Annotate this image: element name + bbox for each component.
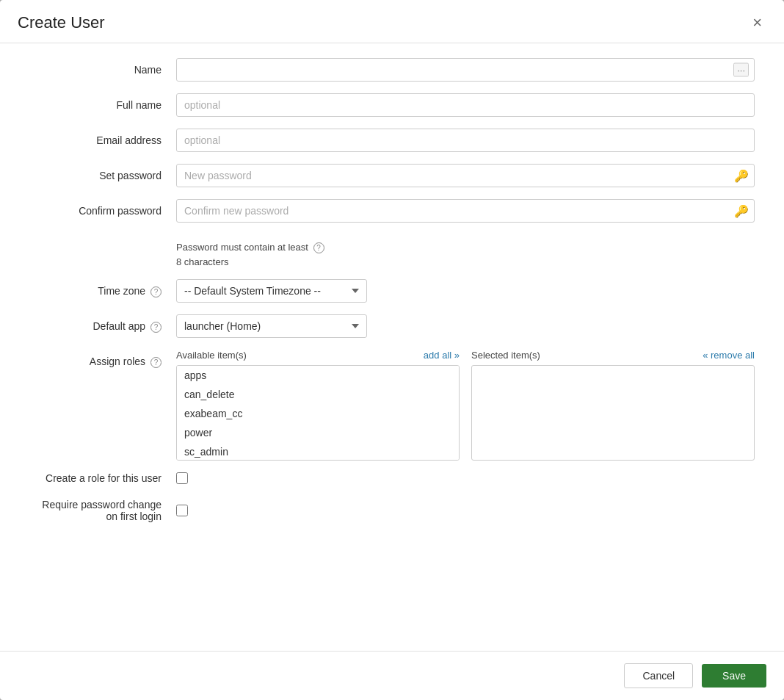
selected-roles-header: Selected item(s) « remove all: [471, 350, 755, 361]
selected-items-label: Selected item(s): [471, 350, 540, 361]
password-hint-spacer: [29, 234, 176, 240]
available-roles-listbox[interactable]: apps can_delete exabeam_cc power sc_admi…: [176, 365, 460, 461]
set-password-field: 🔑: [176, 164, 755, 187]
email-field: [176, 129, 755, 152]
default-app-row: Default app ? launcher (Home): [29, 314, 755, 338]
cancel-button[interactable]: Cancel: [624, 663, 693, 688]
modal-overlay: Create User × Name ··· Full name: [0, 0, 784, 700]
name-field: ···: [176, 58, 755, 82]
email-row: Email address: [29, 129, 755, 152]
create-role-row: Create a role for this user: [29, 472, 755, 484]
timezone-select[interactable]: -- Default System Timezone --: [176, 279, 367, 303]
require-pw-change-field: [176, 505, 755, 516]
add-all-link[interactable]: add all »: [424, 350, 460, 361]
create-user-modal: Create User × Name ··· Full name: [0, 0, 784, 700]
default-app-help-icon[interactable]: ?: [150, 322, 161, 333]
timezone-label: Time zone ?: [29, 279, 176, 297]
fullname-field: [176, 93, 755, 117]
available-roles-panel: Available item(s) add all » apps can_del…: [176, 350, 460, 461]
name-input[interactable]: [176, 58, 755, 82]
confirm-password-field: 🔑: [176, 199, 755, 223]
default-app-select[interactable]: launcher (Home): [176, 314, 367, 338]
fullname-row: Full name: [29, 93, 755, 117]
confirm-password-input[interactable]: [176, 199, 755, 223]
confirm-password-label: Confirm password: [29, 199, 176, 217]
email-input[interactable]: [176, 129, 755, 152]
email-label: Email address: [29, 129, 176, 146]
available-roles-header: Available item(s) add all »: [176, 350, 460, 361]
password-hint-row: Password must contain at least ? 8 chara…: [29, 234, 755, 267]
roles-section: Available item(s) add all » apps can_del…: [176, 350, 755, 461]
role-item-exabeam-cc[interactable]: exabeam_cc: [177, 404, 459, 423]
remove-all-link[interactable]: « remove all: [703, 350, 755, 361]
require-pw-change-row: Require password change on first login: [29, 499, 755, 522]
create-role-label: Create a role for this user: [29, 472, 176, 484]
set-password-row: Set password 🔑: [29, 164, 755, 187]
available-items-label: Available item(s): [176, 350, 247, 361]
role-item-can-delete[interactable]: can_delete: [177, 385, 459, 404]
modal-title: Create User: [18, 13, 105, 32]
save-button[interactable]: Save: [702, 664, 766, 688]
assign-roles-help-icon[interactable]: ?: [150, 357, 161, 368]
password-hint-help-icon[interactable]: ?: [313, 242, 324, 253]
default-app-label: Default app ?: [29, 314, 176, 333]
assign-roles-row: Assign roles ? Available item(s) add all…: [29, 350, 755, 461]
name-label: Name: [29, 58, 176, 76]
password-chars: 8 characters: [176, 256, 755, 267]
assign-roles-label: Assign roles ?: [29, 350, 176, 368]
password-hint-text: Password must contain at least ?: [176, 242, 755, 253]
confirm-password-wrapper: 🔑: [176, 199, 755, 223]
role-item-sc-admin[interactable]: sc_admin: [177, 442, 459, 461]
modal-footer: Cancel Save: [0, 651, 784, 700]
role-item-power[interactable]: power: [177, 423, 459, 442]
fullname-input[interactable]: [176, 93, 755, 117]
password-hint-area: Password must contain at least ? 8 chara…: [176, 234, 755, 267]
fullname-label: Full name: [29, 93, 176, 111]
name-input-wrapper: ···: [176, 58, 755, 82]
name-row: Name ···: [29, 58, 755, 82]
confirm-password-row: Confirm password 🔑: [29, 199, 755, 223]
require-pw-change-checkbox[interactable]: [176, 505, 188, 516]
modal-body: Name ··· Full name Email address: [0, 43, 784, 651]
modal-header: Create User ×: [0, 0, 784, 43]
require-pw-change-label: Require password change on first login: [29, 499, 176, 522]
default-app-field: launcher (Home): [176, 314, 755, 338]
set-password-wrapper: 🔑: [176, 164, 755, 187]
create-role-checkbox[interactable]: [176, 472, 188, 484]
create-role-field: [176, 472, 755, 484]
selected-roles-listbox[interactable]: [471, 365, 755, 461]
timezone-row: Time zone ? -- Default System Timezone -…: [29, 279, 755, 303]
timezone-field: -- Default System Timezone --: [176, 279, 755, 303]
timezone-help-icon[interactable]: ?: [150, 286, 161, 297]
close-button[interactable]: ×: [748, 13, 766, 32]
set-password-input[interactable]: [176, 164, 755, 187]
selected-roles-panel: Selected item(s) « remove all: [471, 350, 755, 461]
set-password-label: Set password: [29, 164, 176, 181]
role-item-apps[interactable]: apps: [177, 366, 459, 385]
